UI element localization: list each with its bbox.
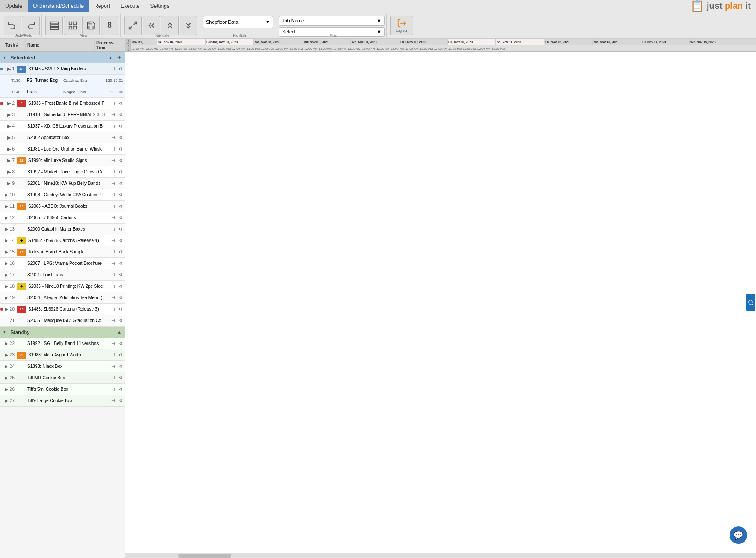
horizontal-scrollbar[interactable] — [125, 553, 756, 558]
row-pin[interactable]: ⊣ — [110, 123, 117, 130]
nav-update[interactable]: Update — [0, 0, 28, 12]
fit-button[interactable] — [124, 16, 142, 35]
scheduled-sort-asc[interactable]: ▲ — [106, 54, 114, 62]
row-indicator — [0, 98, 4, 109]
row-pin[interactable]: ⊣ — [110, 180, 117, 187]
logout-button[interactable]: Log out — [390, 16, 413, 35]
row-settings[interactable]: ⚙ — [117, 214, 124, 221]
row-number: ▶ 5 — [4, 135, 16, 140]
row-settings[interactable]: ⚙ — [117, 146, 124, 153]
row-settings[interactable]: ⚙ — [117, 260, 124, 267]
scroll-arrows-button[interactable] — [143, 16, 160, 35]
row-pin[interactable]: ⊣ — [110, 111, 117, 118]
scrollbar-thumb[interactable] — [178, 554, 231, 558]
row-settings[interactable]: ⚙ — [117, 363, 124, 370]
row-settings[interactable]: ⚙ — [117, 157, 124, 164]
row-settings[interactable]: ⚙ — [117, 340, 124, 347]
row-pin[interactable]: ⊣ — [110, 157, 117, 164]
row-settings[interactable]: ⚙ — [117, 169, 124, 176]
row-settings[interactable]: ⚙ — [117, 180, 124, 187]
row-pin[interactable]: ⊣ — [110, 283, 117, 290]
nav-understand-schedule[interactable]: Understand/Schedule — [28, 0, 89, 12]
row-settings[interactable]: ⚙ — [117, 317, 124, 324]
row-settings[interactable]: ⚙ — [117, 66, 124, 73]
row-pin[interactable]: ⊣ — [110, 272, 117, 279]
layers-button[interactable] — [45, 16, 63, 35]
grid-button[interactable] — [64, 16, 81, 35]
row-settings[interactable]: ⚙ — [117, 111, 124, 118]
redo-button[interactable] — [22, 16, 40, 35]
row-settings[interactable]: ⚙ — [117, 374, 124, 382]
chat-button[interactable]: 💬 — [730, 526, 747, 544]
row-settings[interactable]: ⚙ — [117, 203, 124, 210]
undo-button[interactable] — [4, 16, 21, 35]
row-actions: ⊣ ⚙ — [110, 260, 124, 267]
row-pin[interactable]: ⊣ — [110, 306, 117, 313]
subtask-row: T130 FS: Turned Edg Catalina, Eva 129:12… — [0, 75, 125, 86]
row-pin[interactable]: ⊣ — [110, 191, 117, 198]
scheduled-expand[interactable]: ▼ — [2, 55, 7, 60]
row-settings[interactable]: ⚙ — [117, 100, 124, 107]
row-pin[interactable]: ⊣ — [110, 260, 117, 267]
row-pin[interactable]: ⊣ — [110, 146, 117, 153]
row-settings[interactable]: ⚙ — [117, 249, 124, 256]
number8-button[interactable]: 8 — [101, 16, 118, 35]
row-pin[interactable]: ⊣ — [110, 249, 117, 256]
row-pin[interactable]: ⊣ — [110, 340, 117, 347]
row-pin[interactable]: ⊣ — [110, 294, 117, 301]
row-indicator — [0, 384, 4, 395]
row-settings[interactable]: ⚙ — [117, 283, 124, 290]
row-number: ▶ 13 — [4, 227, 16, 231]
zoom-level-indicator[interactable] — [746, 294, 755, 311]
row-settings[interactable]: ⚙ — [117, 134, 124, 141]
row-pin[interactable]: ⊣ — [110, 100, 117, 107]
navigate-down-button[interactable] — [180, 16, 197, 35]
row-pin[interactable]: ⊣ — [110, 397, 117, 404]
row-pin[interactable]: ⊣ — [110, 203, 117, 210]
row-settings[interactable]: ⚙ — [117, 306, 124, 313]
row-name: S1988: Meta Asgard Wrath — [27, 352, 110, 357]
row-pin[interactable]: ⊣ — [110, 374, 117, 382]
standby-expand[interactable]: ▼ — [2, 330, 7, 334]
row-pin[interactable]: ⊣ — [110, 386, 117, 393]
time-cell: 12:00 AM — [290, 45, 304, 51]
row-settings[interactable]: ⚙ — [117, 386, 124, 393]
row-settings[interactable]: ⚙ — [117, 272, 124, 279]
time-cell: 12:00 PM — [361, 45, 376, 51]
nav-execute[interactable]: Execute — [115, 0, 145, 12]
highlight-label: Highlight — [203, 33, 277, 37]
row-name: S1992 - SGI: Belly Band 11 versions — [26, 341, 110, 346]
row-settings[interactable]: ⚙ — [117, 294, 124, 301]
row-name: S2035 - Mesquite ISD: Graduation Co — [26, 318, 110, 323]
highlight-dropdown[interactable]: Shopfloor Data ▼ — [203, 16, 273, 28]
row-settings[interactable]: ⚙ — [117, 123, 124, 130]
row-settings[interactable]: ⚙ — [117, 237, 124, 244]
row-pin[interactable]: ⊣ — [110, 214, 117, 221]
row-pin[interactable]: ⊣ — [110, 226, 117, 233]
row-pin[interactable]: ⊣ — [110, 134, 117, 141]
row-pin[interactable]: ⊣ — [110, 363, 117, 370]
date-cell: Thu Nov 07, 2023 — [302, 39, 351, 45]
row-pin[interactable]: ⊣ — [110, 237, 117, 244]
scheduled-add[interactable]: + — [115, 54, 123, 62]
task-row: ▶ 23 23 S1988: Meta Asgard Wrath ⊣ ⚙ — [0, 349, 125, 361]
row-number: ▶ 16 — [4, 261, 16, 266]
nav-settings[interactable]: Settings — [145, 0, 175, 12]
row-settings[interactable]: ⚙ — [117, 191, 124, 198]
nav-report[interactable]: Report — [89, 0, 115, 12]
time-cell: 12:00 PM — [246, 45, 261, 51]
row-pin[interactable]: ⊣ — [110, 317, 117, 324]
row-settings[interactable]: ⚙ — [117, 226, 124, 233]
navigate-up-button[interactable] — [161, 16, 179, 35]
logout-group: Log out — [389, 14, 415, 37]
date-cell: Sa, Nov 04, 2023 — [157, 39, 206, 45]
standby-sort-asc[interactable]: ▲ — [115, 328, 123, 336]
row-pin[interactable]: ⊣ — [110, 169, 117, 176]
row-pin[interactable]: ⊣ — [110, 352, 117, 359]
filter-job-dropdown[interactable]: Job Name ▼ — [279, 16, 385, 26]
save-button[interactable] — [82, 16, 100, 35]
row-settings[interactable]: ⚙ — [117, 352, 124, 359]
row-settings[interactable]: ⚙ — [117, 397, 124, 404]
subtask-row: T140 Pack Magda, Dora 1:03:36 — [0, 86, 125, 98]
row-pin[interactable]: ⊣ — [110, 66, 117, 73]
